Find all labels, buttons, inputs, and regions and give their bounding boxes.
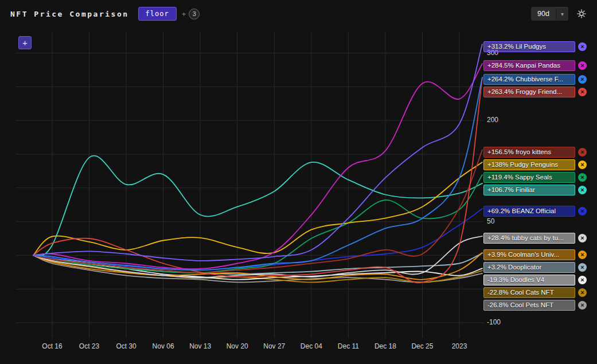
close-icon[interactable]: × (578, 42, 587, 51)
legend-row-froggy-friend: +263.4% Froggy Friend...× (483, 87, 587, 98)
x-axis-label: Oct 16 (42, 342, 62, 350)
series-label-cool-pets-nft[interactable]: -26.8% Cool Pets NFT (483, 300, 575, 311)
series-label-pudgy-penguins[interactable]: +138% Pudgy Penguins (483, 159, 575, 170)
series-label-froyo-kittens[interactable]: +156.5% froyo kittens (483, 147, 575, 158)
legend-row-finiliar: +106.7% Finiliar× (483, 184, 587, 195)
series-label-froggy-friend[interactable]: +263.4% Froggy Friend... (483, 87, 575, 97)
x-axis-label: Oct 23 (79, 342, 99, 350)
series-line-froyo-kittens (33, 150, 482, 273)
price-comparison-chart[interactable] (16, 32, 483, 338)
legend-row-sappy-seals: +119.4% Sappy Seals× (483, 171, 587, 183)
legend-row-doodles-v4: -19.3% Doodles V4× (483, 275, 587, 286)
close-icon[interactable]: × (578, 88, 587, 96)
x-axis-label: Dec 18 (374, 342, 396, 350)
series-label-beanz-official[interactable]: +69.2% BEANZ Official (483, 206, 575, 217)
legend-row-tubby-cats-by-tu: +28.4% tubby cats by tu...× (483, 233, 587, 244)
chart-area: + 30020050-100 Oct 16Oct 23Oct 30Nov 06N… (0, 0, 597, 364)
series-line-lil-pudgys (33, 44, 482, 261)
series-label-coolman-s-univ[interactable]: +3.9% Coolman's Univ... (483, 249, 575, 260)
legend-row-coolman-s-univ: +3.9% Coolman's Univ...× (483, 249, 587, 261)
series-line-pudgy-penguins (33, 162, 482, 255)
close-icon[interactable]: × (578, 148, 587, 156)
close-icon[interactable]: × (578, 301, 587, 310)
close-icon[interactable]: × (578, 263, 587, 272)
legend-row-chubbiverse-f: +264.2% Chubbiverse F...× (483, 74, 587, 85)
y-axis-tick: -100 (487, 318, 501, 326)
close-icon[interactable]: × (578, 234, 587, 242)
x-axis-label: Dec 25 (411, 342, 433, 350)
y-axis-tick: 200 (487, 116, 498, 124)
x-axis-label: Oct 30 (116, 342, 136, 350)
close-icon[interactable]: × (578, 207, 587, 216)
series-label-finiliar[interactable]: +106.7% Finiliar (483, 185, 575, 195)
legend-row-lil-pudgys: +313.2% Lil Pudgys× (483, 41, 587, 52)
legend-row-cool-cats-nft: -22.8% Cool Cats NFT× (483, 287, 587, 299)
series-label-sappy-seals[interactable]: +119.4% Sappy Seals (483, 172, 575, 183)
x-axis-label: Dec 11 (338, 342, 359, 350)
x-axis-label: Dec 04 (301, 342, 322, 350)
series-label-doodles-v4[interactable]: -19.3% Doodles V4 (483, 275, 575, 285)
legend-row-kanpai-pandas: +284.5% Kanpai Pandas× (483, 60, 587, 72)
close-icon[interactable]: × (578, 75, 587, 84)
x-axis-label: Nov 06 (153, 342, 174, 350)
nft-price-comparison-app: NFT Price Comparison floor + 3 90d ▾ + 3… (0, 0, 597, 364)
x-axis-label: Nov 27 (263, 342, 285, 350)
series-label-kanpai-pandas[interactable]: +284.5% Kanpai Pandas (483, 60, 575, 71)
close-icon[interactable]: × (578, 276, 587, 284)
close-icon[interactable]: × (578, 161, 587, 169)
series-label-dooplicator[interactable]: +3.2% Dooplicator (483, 262, 575, 273)
series-line-kanpai-pandas (33, 64, 482, 269)
series-label-cool-cats-nft[interactable]: -22.8% Cool Cats NFT (483, 287, 575, 298)
legend-row-froyo-kittens: +156.5% froyo kittens× (483, 146, 587, 158)
series-label-lil-pudgys[interactable]: +313.2% Lil Pudgys (483, 41, 575, 52)
close-icon[interactable]: × (578, 61, 587, 70)
series-label-tubby-cats-by-tu[interactable]: +28.4% tubby cats by tu... (483, 233, 575, 244)
x-axis-label: 2023 (452, 342, 467, 350)
x-axis-label: Nov 13 (189, 342, 211, 350)
y-axis-tick: 50 (487, 217, 494, 225)
series-line-beanz-official (33, 209, 482, 270)
legend-row-dooplicator: +3.2% Dooplicator× (483, 262, 587, 273)
legend-row-pudgy-penguins: +138% Pudgy Penguins× (483, 159, 587, 170)
close-icon[interactable]: × (578, 186, 587, 194)
x-axis-label: Nov 20 (227, 342, 248, 350)
close-icon[interactable]: × (578, 251, 587, 259)
legend-row-cool-pets-nft: -26.8% Cool Pets NFT× (483, 300, 587, 311)
legend-row-beanz-official: +69.2% BEANZ Official× (483, 205, 587, 217)
close-icon[interactable]: × (578, 173, 587, 182)
close-icon[interactable]: × (578, 288, 587, 297)
series-label-chubbiverse-f[interactable]: +264.2% Chubbiverse F... (483, 74, 575, 85)
